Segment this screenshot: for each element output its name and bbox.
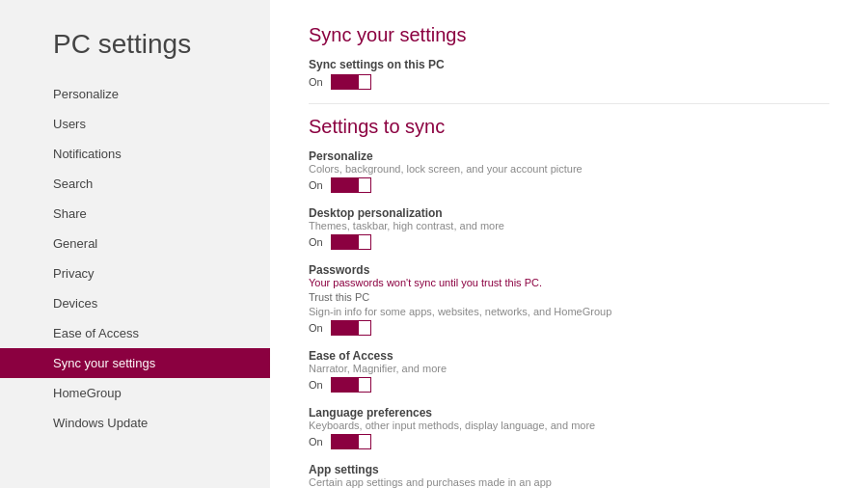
nav-list: PersonalizeUsersNotificationsSearchShare… [0, 79, 270, 438]
sidebar-item-share[interactable]: Share [0, 199, 270, 229]
sync-item-language-preferences: Language preferencesKeyboards, other inp… [309, 406, 829, 449]
sync-item-desc-personalize: Colors, background, lock screen, and you… [309, 163, 829, 175]
sync-item-desc-app-settings: Certain app settings and purchases made … [309, 476, 829, 488]
settings-to-sync-title: Settings to sync [309, 116, 829, 138]
sync-item-app-settings: App settingsCertain app settings and pur… [309, 463, 829, 488]
sync-item-label-app-settings: App settings [309, 463, 829, 476]
sync-settings-section: Sync your settings Sync settings on this… [309, 24, 829, 90]
sidebar-item-privacy[interactable]: Privacy [0, 258, 270, 288]
sidebar-item-ease-of-access[interactable]: Ease of Access [0, 318, 270, 348]
sidebar-item-devices[interactable]: Devices [0, 288, 270, 318]
toggle-label-personalize: On [309, 179, 323, 191]
sync-on-pc-toggle-label: On [309, 76, 323, 88]
sidebar-item-users[interactable]: Users [0, 109, 270, 139]
sync-item-label-ease-of-access: Ease of Access [309, 349, 829, 363]
app-title: PC settings [0, 19, 270, 79]
toggle-knob [359, 75, 370, 89]
sync-item-label-passwords: Passwords [309, 263, 829, 277]
toggle-label-desktop-personalization: On [309, 236, 323, 248]
sidebar-item-sync-your-settings[interactable]: Sync your settings [0, 348, 270, 378]
toggle-label-passwords: On [309, 322, 323, 334]
sync-item-desc-language-preferences: Keyboards, other input methods, display … [309, 420, 829, 431]
sync-on-pc-label: Sync settings on this PC [309, 58, 829, 71]
sidebar: PC settings PersonalizeUsersNotification… [0, 0, 270, 488]
toggle-personalize[interactable] [331, 177, 371, 193]
sidebar-item-windows-update[interactable]: Windows Update [0, 408, 270, 438]
toggle-language-preferences[interactable] [331, 434, 371, 449]
sidebar-item-personalize[interactable]: Personalize [0, 79, 270, 109]
sync-item-label-personalize: Personalize [309, 149, 829, 163]
sync-item-ease-of-access: Ease of AccessNarrator, Magnifier, and m… [309, 349, 829, 393]
sync-items-list: PersonalizeColors, background, lock scre… [309, 149, 829, 488]
toggle-ease-of-access[interactable] [331, 377, 371, 393]
sync-on-pc-toggle[interactable] [331, 74, 371, 90]
sync-item-trust-passwords[interactable]: Trust this PC [309, 291, 829, 303]
sidebar-item-search[interactable]: Search [0, 169, 270, 199]
sync-item-desc-ease-of-access: Narrator, Magnifier, and more [309, 363, 829, 374]
sync-item-desc-passwords: Sign-in info for some apps, websites, ne… [309, 306, 829, 317]
sync-item-desktop-personalization: Desktop personalizationThemes, taskbar, … [309, 206, 829, 250]
toggle-label-language-preferences: On [309, 436, 323, 447]
sync-on-pc-row: Sync settings on this PC On [309, 58, 829, 90]
sync-item-label-desktop-personalization: Desktop personalization [309, 206, 829, 220]
sidebar-item-homegroup[interactable]: HomeGroup [0, 378, 270, 408]
settings-to-sync-section: Settings to sync PersonalizeColors, back… [309, 116, 829, 488]
toggle-label-ease-of-access: On [309, 379, 323, 391]
sync-item-personalize: PersonalizeColors, background, lock scre… [309, 149, 829, 193]
sync-item-desc-desktop-personalization: Themes, taskbar, high contrast, and more [309, 220, 829, 231]
main-content: Sync your settings Sync settings on this… [270, 0, 868, 488]
sidebar-item-notifications[interactable]: Notifications [0, 139, 270, 169]
sidebar-item-general[interactable]: General [0, 229, 270, 258]
sync-item-passwords: PasswordsYour passwords won't sync until… [309, 263, 829, 336]
sync-item-link-passwords[interactable]: Your passwords won't sync until you trus… [309, 277, 829, 288]
toggle-passwords[interactable] [331, 320, 371, 336]
toggle-desktop-personalization[interactable] [331, 234, 371, 250]
sync-item-label-language-preferences: Language preferences [309, 406, 829, 420]
sync-settings-title: Sync your settings [309, 24, 829, 46]
